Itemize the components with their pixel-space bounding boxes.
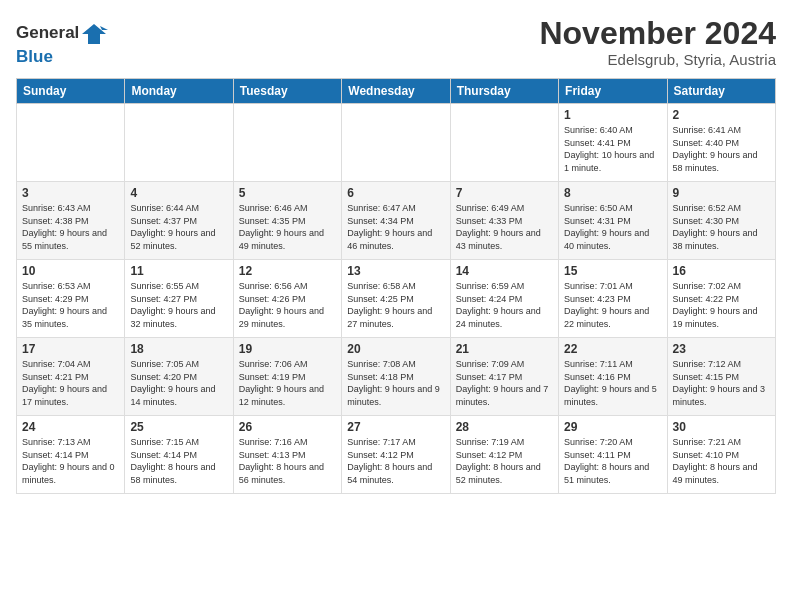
day-info: Sunrise: 6:58 AM Sunset: 4:25 PM Dayligh…	[347, 280, 444, 330]
day-cell: 10Sunrise: 6:53 AM Sunset: 4:29 PM Dayli…	[17, 260, 125, 338]
day-cell: 11Sunrise: 6:55 AM Sunset: 4:27 PM Dayli…	[125, 260, 233, 338]
day-cell: 23Sunrise: 7:12 AM Sunset: 4:15 PM Dayli…	[667, 338, 775, 416]
svg-marker-0	[82, 24, 106, 44]
day-info: Sunrise: 7:04 AM Sunset: 4:21 PM Dayligh…	[22, 358, 119, 408]
day-number: 1	[564, 108, 661, 122]
day-info: Sunrise: 7:08 AM Sunset: 4:18 PM Dayligh…	[347, 358, 444, 408]
header: General Blue November 2024 Edelsgrub, St…	[16, 16, 776, 68]
day-number: 7	[456, 186, 553, 200]
day-cell	[233, 104, 341, 182]
day-number: 14	[456, 264, 553, 278]
day-number: 15	[564, 264, 661, 278]
day-info: Sunrise: 6:47 AM Sunset: 4:34 PM Dayligh…	[347, 202, 444, 252]
day-cell: 5Sunrise: 6:46 AM Sunset: 4:35 PM Daylig…	[233, 182, 341, 260]
day-cell: 6Sunrise: 6:47 AM Sunset: 4:34 PM Daylig…	[342, 182, 450, 260]
day-cell	[450, 104, 558, 182]
day-cell: 27Sunrise: 7:17 AM Sunset: 4:12 PM Dayli…	[342, 416, 450, 494]
week-row-4: 24Sunrise: 7:13 AM Sunset: 4:14 PM Dayli…	[17, 416, 776, 494]
title-block: November 2024 Edelsgrub, Styria, Austria	[539, 16, 776, 68]
day-cell	[125, 104, 233, 182]
month-title: November 2024	[539, 16, 776, 51]
day-cell: 14Sunrise: 6:59 AM Sunset: 4:24 PM Dayli…	[450, 260, 558, 338]
day-info: Sunrise: 7:12 AM Sunset: 4:15 PM Dayligh…	[673, 358, 770, 408]
col-sunday: Sunday	[17, 79, 125, 104]
logo: General Blue	[16, 20, 108, 67]
day-number: 24	[22, 420, 119, 434]
day-cell: 7Sunrise: 6:49 AM Sunset: 4:33 PM Daylig…	[450, 182, 558, 260]
day-number: 13	[347, 264, 444, 278]
day-cell: 29Sunrise: 7:20 AM Sunset: 4:11 PM Dayli…	[559, 416, 667, 494]
day-info: Sunrise: 6:43 AM Sunset: 4:38 PM Dayligh…	[22, 202, 119, 252]
week-row-3: 17Sunrise: 7:04 AM Sunset: 4:21 PM Dayli…	[17, 338, 776, 416]
day-info: Sunrise: 6:49 AM Sunset: 4:33 PM Dayligh…	[456, 202, 553, 252]
day-cell	[17, 104, 125, 182]
day-number: 28	[456, 420, 553, 434]
header-row: Sunday Monday Tuesday Wednesday Thursday…	[17, 79, 776, 104]
day-info: Sunrise: 7:02 AM Sunset: 4:22 PM Dayligh…	[673, 280, 770, 330]
day-number: 19	[239, 342, 336, 356]
day-cell: 3Sunrise: 6:43 AM Sunset: 4:38 PM Daylig…	[17, 182, 125, 260]
day-cell: 28Sunrise: 7:19 AM Sunset: 4:12 PM Dayli…	[450, 416, 558, 494]
col-friday: Friday	[559, 79, 667, 104]
day-cell: 19Sunrise: 7:06 AM Sunset: 4:19 PM Dayli…	[233, 338, 341, 416]
day-cell: 15Sunrise: 7:01 AM Sunset: 4:23 PM Dayli…	[559, 260, 667, 338]
day-info: Sunrise: 6:55 AM Sunset: 4:27 PM Dayligh…	[130, 280, 227, 330]
week-row-2: 10Sunrise: 6:53 AM Sunset: 4:29 PM Dayli…	[17, 260, 776, 338]
day-cell: 26Sunrise: 7:16 AM Sunset: 4:13 PM Dayli…	[233, 416, 341, 494]
day-number: 5	[239, 186, 336, 200]
day-cell: 20Sunrise: 7:08 AM Sunset: 4:18 PM Dayli…	[342, 338, 450, 416]
day-info: Sunrise: 6:40 AM Sunset: 4:41 PM Dayligh…	[564, 124, 661, 174]
day-info: Sunrise: 7:19 AM Sunset: 4:12 PM Dayligh…	[456, 436, 553, 486]
col-monday: Monday	[125, 79, 233, 104]
day-info: Sunrise: 6:56 AM Sunset: 4:26 PM Dayligh…	[239, 280, 336, 330]
day-number: 2	[673, 108, 770, 122]
day-cell	[342, 104, 450, 182]
day-number: 11	[130, 264, 227, 278]
day-cell: 25Sunrise: 7:15 AM Sunset: 4:14 PM Dayli…	[125, 416, 233, 494]
day-info: Sunrise: 7:05 AM Sunset: 4:20 PM Dayligh…	[130, 358, 227, 408]
day-number: 20	[347, 342, 444, 356]
day-info: Sunrise: 7:17 AM Sunset: 4:12 PM Dayligh…	[347, 436, 444, 486]
col-tuesday: Tuesday	[233, 79, 341, 104]
day-number: 25	[130, 420, 227, 434]
day-cell: 13Sunrise: 6:58 AM Sunset: 4:25 PM Dayli…	[342, 260, 450, 338]
day-cell: 12Sunrise: 6:56 AM Sunset: 4:26 PM Dayli…	[233, 260, 341, 338]
day-number: 9	[673, 186, 770, 200]
day-number: 21	[456, 342, 553, 356]
day-number: 4	[130, 186, 227, 200]
day-info: Sunrise: 7:16 AM Sunset: 4:13 PM Dayligh…	[239, 436, 336, 486]
day-info: Sunrise: 6:59 AM Sunset: 4:24 PM Dayligh…	[456, 280, 553, 330]
day-cell: 17Sunrise: 7:04 AM Sunset: 4:21 PM Dayli…	[17, 338, 125, 416]
day-cell: 21Sunrise: 7:09 AM Sunset: 4:17 PM Dayli…	[450, 338, 558, 416]
day-cell: 22Sunrise: 7:11 AM Sunset: 4:16 PM Dayli…	[559, 338, 667, 416]
day-info: Sunrise: 7:20 AM Sunset: 4:11 PM Dayligh…	[564, 436, 661, 486]
day-info: Sunrise: 7:13 AM Sunset: 4:14 PM Dayligh…	[22, 436, 119, 486]
logo-general: General	[16, 23, 79, 42]
logo-bird-icon	[80, 20, 108, 48]
day-number: 16	[673, 264, 770, 278]
day-number: 30	[673, 420, 770, 434]
day-number: 27	[347, 420, 444, 434]
day-cell: 1Sunrise: 6:40 AM Sunset: 4:41 PM Daylig…	[559, 104, 667, 182]
col-saturday: Saturday	[667, 79, 775, 104]
day-cell: 18Sunrise: 7:05 AM Sunset: 4:20 PM Dayli…	[125, 338, 233, 416]
day-info: Sunrise: 7:21 AM Sunset: 4:10 PM Dayligh…	[673, 436, 770, 486]
calendar-table: Sunday Monday Tuesday Wednesday Thursday…	[16, 78, 776, 494]
day-number: 10	[22, 264, 119, 278]
day-info: Sunrise: 6:41 AM Sunset: 4:40 PM Dayligh…	[673, 124, 770, 174]
day-cell: 8Sunrise: 6:50 AM Sunset: 4:31 PM Daylig…	[559, 182, 667, 260]
day-cell: 2Sunrise: 6:41 AM Sunset: 4:40 PM Daylig…	[667, 104, 775, 182]
day-number: 6	[347, 186, 444, 200]
logo-blue: Blue	[16, 48, 108, 67]
day-info: Sunrise: 6:52 AM Sunset: 4:30 PM Dayligh…	[673, 202, 770, 252]
col-thursday: Thursday	[450, 79, 558, 104]
day-info: Sunrise: 7:15 AM Sunset: 4:14 PM Dayligh…	[130, 436, 227, 486]
day-number: 23	[673, 342, 770, 356]
day-number: 29	[564, 420, 661, 434]
day-info: Sunrise: 6:53 AM Sunset: 4:29 PM Dayligh…	[22, 280, 119, 330]
day-number: 18	[130, 342, 227, 356]
day-info: Sunrise: 7:01 AM Sunset: 4:23 PM Dayligh…	[564, 280, 661, 330]
day-cell: 16Sunrise: 7:02 AM Sunset: 4:22 PM Dayli…	[667, 260, 775, 338]
day-number: 3	[22, 186, 119, 200]
calendar-page: General Blue November 2024 Edelsgrub, St…	[0, 0, 792, 502]
